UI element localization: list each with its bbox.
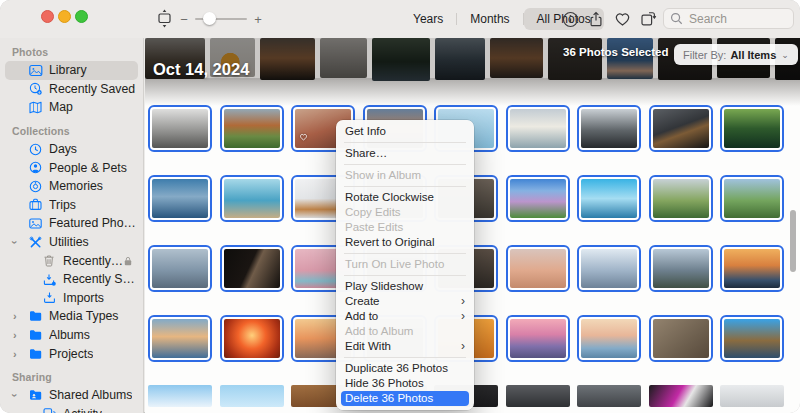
- chevron-down-icon[interactable]: ›: [6, 240, 25, 244]
- zoom-out-icon[interactable]: −: [178, 12, 190, 27]
- sidebar-item-recently-saved[interactable]: Recently Saved: [5, 80, 138, 99]
- menu-item-add-to[interactable]: Add to›: [336, 309, 474, 324]
- sidebar-item-albums[interactable]: ›Albums: [5, 326, 138, 345]
- menu-item-duplicate-36-photos[interactable]: Duplicate 36 Photos: [336, 361, 474, 376]
- sidebar-item-memories[interactable]: Memories: [5, 177, 138, 196]
- photo-thumbnail[interactable]: [506, 385, 570, 407]
- photo-thumbnail-selected[interactable]: [649, 105, 713, 152]
- menu-item-play-slideshow[interactable]: Play Slideshow: [336, 279, 474, 294]
- menu-item-add-to-album: Add to Album: [336, 324, 474, 339]
- rotate-icon[interactable]: [640, 11, 657, 28]
- photo-thumbnail[interactable]: [577, 385, 641, 407]
- photo-image: [152, 109, 208, 148]
- photo-thumbnail-selected[interactable]: [148, 315, 212, 362]
- sidebar-item-recently-saved[interactable]: Recently Saved: [5, 270, 138, 289]
- sidebar-item-media-types[interactable]: ›Media Types: [5, 307, 138, 326]
- menu-item-hide-36-photos[interactable]: Hide 36 Photos: [336, 376, 474, 391]
- chevron-right-icon[interactable]: ›: [13, 307, 17, 326]
- photo-thumbnail-selected[interactable]: [220, 175, 284, 222]
- sidebar-item-activity[interactable]: Activity: [5, 405, 138, 413]
- photo-thumbnail-selected[interactable]: [649, 245, 713, 292]
- selection-frame: [577, 175, 641, 222]
- strip-photo[interactable]: [548, 38, 602, 80]
- heart-icon[interactable]: [614, 11, 631, 28]
- strip-photo[interactable]: [607, 38, 653, 79]
- menu-item-share[interactable]: Share…: [336, 146, 474, 161]
- photo-thumbnail-selected[interactable]: [720, 315, 784, 362]
- photo-thumbnail-selected[interactable]: [720, 245, 784, 292]
- photo-thumbnail-selected[interactable]: [506, 245, 570, 292]
- fullscreen-button[interactable]: [75, 10, 88, 23]
- sidebar-item-featured-photos[interactable]: Featured Photos: [5, 214, 138, 233]
- tab-months[interactable]: Months: [457, 8, 522, 30]
- photo-thumbnail-selected[interactable]: [649, 175, 713, 222]
- strip-photo[interactable]: [260, 38, 315, 80]
- menu-item-create[interactable]: Create›: [336, 294, 474, 309]
- selection-frame: [720, 175, 784, 222]
- sidebar-item-days[interactable]: Days: [5, 140, 138, 159]
- menu-item-get-info[interactable]: Get Info: [336, 124, 474, 139]
- photo-thumbnail-selected[interactable]: [720, 175, 784, 222]
- photo-thumbnail-selected[interactable]: [506, 105, 570, 152]
- sidebar-item-people-pets[interactable]: People & Pets: [5, 158, 138, 177]
- sidebar-item-recently-delet[interactable]: Recently Delet…: [5, 251, 138, 270]
- sidebar-item-library[interactable]: Library: [5, 61, 138, 80]
- tab-years[interactable]: Years: [400, 8, 456, 30]
- menu-item-label: Share…: [345, 146, 387, 161]
- folder-icon: [29, 328, 44, 342]
- photo-thumbnail[interactable]: [220, 385, 284, 407]
- photo-thumbnail-selected[interactable]: [577, 315, 641, 362]
- menu-separator: [344, 253, 466, 254]
- chevron-right-icon[interactable]: ›: [13, 326, 17, 345]
- share-icon[interactable]: [588, 11, 605, 28]
- menu-item-delete-36-photos[interactable]: Delete 36 Photos: [341, 391, 469, 406]
- sidebar-item-shared-albums[interactable]: ›Shared Albums: [5, 386, 138, 405]
- photo-thumbnail[interactable]: [649, 385, 713, 407]
- photo-thumbnail-selected[interactable]: [720, 105, 784, 152]
- sidebar-item-utilities[interactable]: ›Utilities: [5, 233, 138, 252]
- photo-thumbnail-selected[interactable]: [220, 315, 284, 362]
- close-button[interactable]: [41, 10, 54, 23]
- sidebar-item-projects[interactable]: ›Projects: [5, 344, 138, 363]
- info-icon[interactable]: [562, 11, 579, 28]
- photo-thumbnail-selected[interactable]: [148, 105, 212, 152]
- suitcase-icon: [29, 198, 44, 212]
- photo-thumbnail-selected[interactable]: [649, 315, 713, 362]
- zoom-slider-track[interactable]: [195, 18, 247, 21]
- sidebar-item-imports[interactable]: Imports: [5, 289, 138, 308]
- photo-thumbnail-selected[interactable]: [220, 105, 284, 152]
- zoom-fit-icon[interactable]: [156, 7, 174, 31]
- strip-photo[interactable]: [372, 38, 430, 81]
- zoom-slider[interactable]: − +: [178, 0, 264, 38]
- photo-thumbnail-selected[interactable]: [506, 175, 570, 222]
- photo-thumbnail[interactable]: [148, 385, 212, 407]
- activity-icon: [43, 407, 58, 413]
- photo-thumbnail-selected[interactable]: [148, 245, 212, 292]
- menu-item-rotate-clockwise[interactable]: Rotate Clockwise: [336, 190, 474, 205]
- sidebar-item-map[interactable]: Map: [5, 98, 138, 117]
- search-input[interactable]: [687, 11, 791, 27]
- menu-item-label: Add to: [345, 309, 378, 324]
- strip-photo[interactable]: [490, 38, 543, 78]
- search-field[interactable]: [663, 8, 794, 29]
- photo-thumbnail-selected[interactable]: [506, 315, 570, 362]
- photo-thumbnail-selected[interactable]: [220, 245, 284, 292]
- menu-item-edit-with[interactable]: Edit With›: [336, 339, 474, 354]
- zoom-in-icon[interactable]: +: [252, 12, 264, 27]
- photo-thumbnail-selected[interactable]: [577, 175, 641, 222]
- sidebar-item-trips[interactable]: Trips: [5, 196, 138, 215]
- menu-item-revert-to-original[interactable]: Revert to Original: [336, 235, 474, 250]
- minimize-button[interactable]: [58, 10, 71, 23]
- photo-thumbnail[interactable]: [720, 385, 784, 407]
- photo-thumbnail-selected[interactable]: [148, 175, 212, 222]
- filter-dropdown[interactable]: Filter By: All Items ⌄: [674, 44, 798, 65]
- selection-frame: [148, 245, 212, 292]
- strip-photo[interactable]: [435, 38, 485, 80]
- chevron-right-icon[interactable]: ›: [13, 344, 17, 363]
- chevron-down-icon[interactable]: ›: [6, 393, 25, 397]
- strip-photo[interactable]: [320, 38, 367, 78]
- photo-thumbnail-selected[interactable]: [577, 245, 641, 292]
- photo-thumbnail-selected[interactable]: [577, 105, 641, 152]
- zoom-slider-knob[interactable]: [203, 12, 216, 25]
- vertical-scrollbar[interactable]: [790, 210, 796, 272]
